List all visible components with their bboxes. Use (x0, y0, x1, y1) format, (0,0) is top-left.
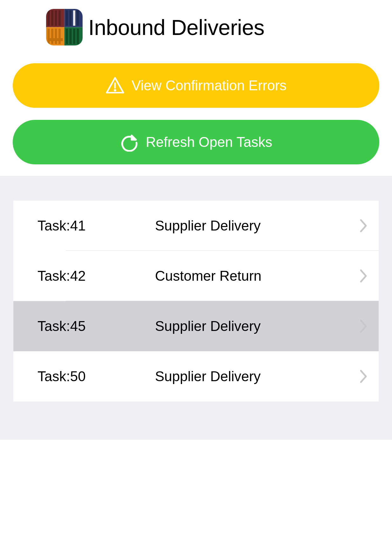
svg-rect-4 (58, 10, 61, 26)
refresh-label: Refresh Open Tasks (146, 134, 272, 150)
svg-rect-13 (55, 29, 57, 44)
chevron-right-icon (360, 219, 368, 233)
task-row[interactable]: Task:41Supplier Delivery (13, 201, 379, 251)
svg-rect-14 (58, 29, 61, 44)
task-type: Supplier Delivery (155, 318, 353, 334)
view-errors-label: View Confirmation Errors (132, 78, 287, 93)
view-errors-button[interactable]: View Confirmation Errors (13, 63, 379, 108)
header-row: Inbound Deliveries (13, 9, 379, 45)
task-row[interactable]: Task:50Supplier Delivery (13, 351, 379, 402)
task-label: Task:41 (37, 218, 155, 234)
svg-rect-8 (73, 10, 75, 26)
svg-rect-20 (77, 29, 79, 44)
chevron-right-icon (360, 269, 368, 283)
warning-icon (105, 76, 125, 95)
task-label: Task:45 (37, 318, 155, 334)
svg-rect-17 (66, 29, 68, 44)
task-label: Task:42 (37, 268, 155, 284)
svg-point-22 (114, 90, 115, 91)
svg-rect-18 (70, 29, 72, 44)
svg-rect-6 (66, 10, 68, 26)
task-row[interactable]: Task:42Customer Return (13, 251, 379, 301)
page-title: Inbound Deliveries (88, 15, 264, 40)
chevron-right-icon (360, 319, 368, 333)
task-list-section: Task:41Supplier DeliveryTask:42Customer … (0, 176, 392, 440)
svg-rect-15 (48, 38, 63, 41)
svg-rect-7 (70, 10, 72, 26)
refresh-icon (120, 133, 139, 152)
svg-rect-1 (48, 10, 50, 26)
refresh-button[interactable]: Refresh Open Tasks (13, 120, 379, 164)
task-row[interactable]: Task:45Supplier Delivery (13, 301, 379, 351)
svg-rect-19 (73, 29, 75, 44)
svg-rect-2 (51, 10, 53, 26)
svg-rect-12 (51, 29, 53, 44)
svg-rect-9 (77, 10, 79, 26)
svg-rect-3 (55, 10, 57, 26)
task-type: Supplier Delivery (155, 218, 353, 234)
task-type: Customer Return (155, 268, 353, 284)
task-label: Task:50 (37, 368, 155, 384)
svg-rect-11 (48, 29, 50, 44)
app-icon (46, 9, 83, 45)
chevron-right-icon (360, 369, 368, 383)
task-list: Task:41Supplier DeliveryTask:42Customer … (13, 201, 379, 402)
task-type: Supplier Delivery (155, 368, 353, 384)
